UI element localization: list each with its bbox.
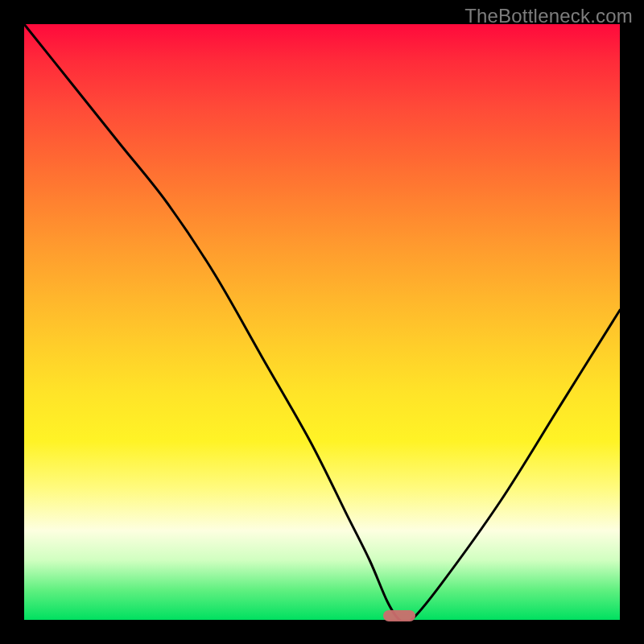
watermark-text: TheBottleneck.com <box>464 5 633 27</box>
bottleneck-curve <box>24 24 620 620</box>
chart-frame: TheBottleneck.com <box>0 0 644 644</box>
sweet-spot-marker <box>383 610 415 621</box>
plot-area <box>24 24 620 620</box>
